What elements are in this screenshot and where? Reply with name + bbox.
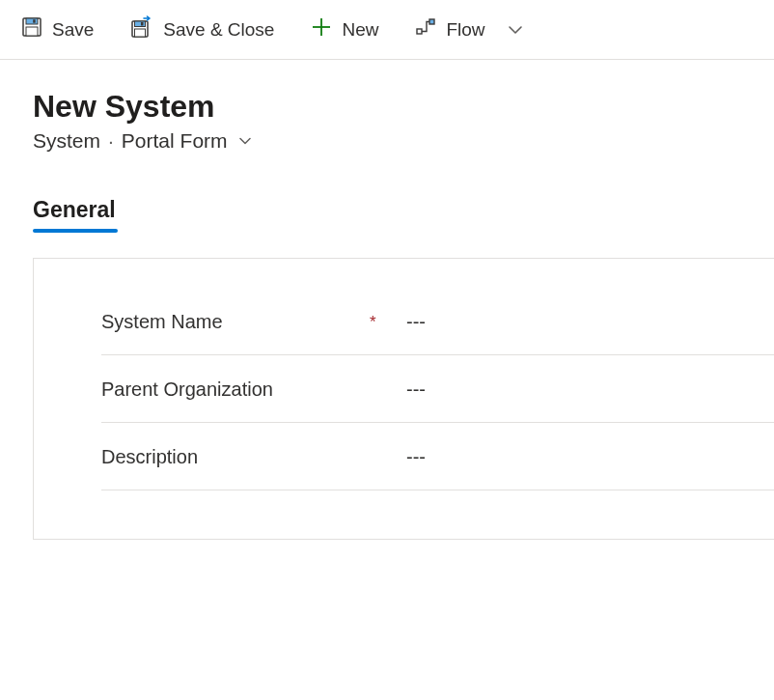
flow-button[interactable]: Flow <box>415 16 484 42</box>
svg-rect-5 <box>135 21 146 27</box>
save-close-label: Save & Close <box>163 19 274 41</box>
chevron-down-icon <box>237 133 253 149</box>
label-description: Description <box>101 446 352 468</box>
field-system-name: System Name * --- <box>101 288 774 355</box>
field-parent-organization: Parent Organization --- <box>101 355 774 423</box>
new-label: New <box>342 19 378 41</box>
flow-label: Flow <box>446 19 484 41</box>
form-name: Portal Form <box>122 129 228 153</box>
save-close-icon <box>130 15 153 43</box>
svg-rect-3 <box>26 27 38 36</box>
required-indicator: * <box>370 313 389 332</box>
flow-chevron-icon[interactable] <box>507 21 524 39</box>
svg-rect-7 <box>135 29 146 37</box>
flow-icon <box>415 16 436 42</box>
plus-icon <box>311 16 332 42</box>
new-button[interactable]: New <box>311 16 378 42</box>
form-panel: System Name * --- Parent Organization --… <box>33 258 774 540</box>
entity-name: System <box>33 129 100 153</box>
save-close-button[interactable]: Save & Close <box>130 15 274 43</box>
field-description: Description --- <box>101 423 774 490</box>
input-description[interactable]: --- <box>406 446 774 468</box>
save-icon <box>21 16 42 42</box>
command-bar: Save Save & Close New <box>0 0 774 60</box>
label-parent-organization: Parent Organization <box>101 378 352 401</box>
save-label: Save <box>52 19 94 41</box>
input-system-name[interactable]: --- <box>406 311 774 333</box>
page-header: New System System · Portal Form <box>0 60 774 160</box>
tab-general[interactable]: General <box>33 197 116 233</box>
input-parent-organization[interactable]: --- <box>406 378 774 401</box>
svg-rect-6 <box>141 22 144 26</box>
svg-rect-10 <box>417 29 422 34</box>
form-selector[interactable]: System · Portal Form <box>33 129 741 153</box>
label-system-name: System Name <box>101 311 352 333</box>
svg-rect-1 <box>26 18 38 24</box>
svg-rect-11 <box>429 19 434 24</box>
save-button[interactable]: Save <box>21 16 94 42</box>
separator-dot: · <box>106 129 116 153</box>
page-title: New System <box>33 89 741 125</box>
tab-bar: General <box>0 160 774 233</box>
svg-rect-2 <box>33 19 36 23</box>
